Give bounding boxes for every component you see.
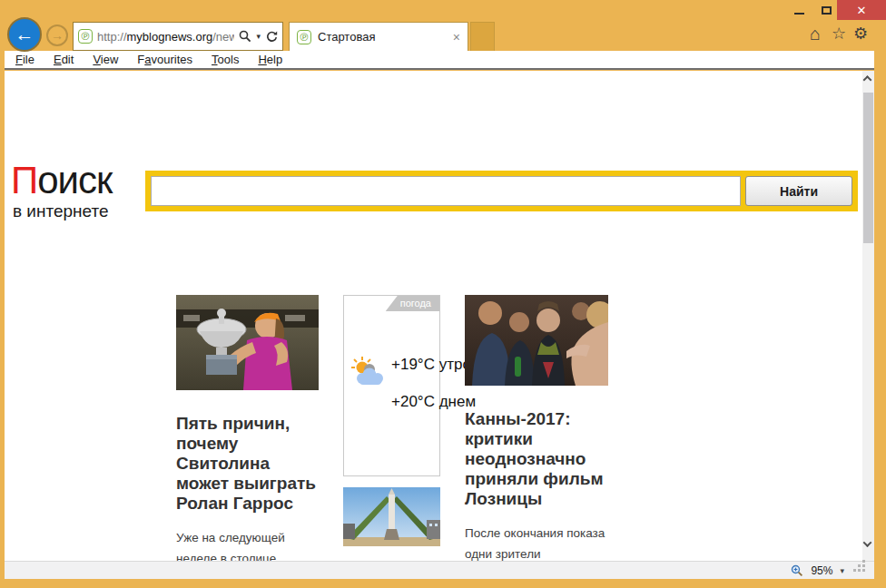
site-favicon-icon: ℗	[78, 29, 93, 44]
site-logo: Поиск в интернете	[11, 162, 147, 221]
search-bar: Найти	[145, 171, 858, 211]
weather-widget[interactable]: погода +19°C утром +20°C днем	[343, 295, 440, 476]
menu-favourites[interactable]: Favourites	[137, 53, 192, 66]
status-bar: 95% ▾	[5, 561, 874, 579]
search-icon[interactable]	[239, 30, 251, 43]
vertical-scrollbar[interactable]	[862, 71, 874, 561]
scrollbar-thumb[interactable]	[863, 93, 873, 243]
menu-help[interactable]: Help	[258, 53, 282, 66]
menu-bar: File Edit View Favourites Tools Help	[5, 51, 874, 70]
rocket-photo[interactable]	[343, 487, 440, 546]
scroll-up-icon[interactable]	[864, 78, 871, 85]
resize-grip[interactable]	[862, 569, 865, 572]
address-dropdown-icon[interactable]: ▾	[256, 32, 261, 41]
forward-icon: →	[51, 28, 64, 43]
forward-button[interactable]: →	[46, 24, 68, 46]
search-input[interactable]	[151, 176, 741, 206]
tab-startovaya[interactable]: ℗ Стартовая ×	[289, 22, 468, 52]
new-tab-button[interactable]	[470, 22, 495, 52]
maximize-icon	[822, 6, 832, 15]
article-title[interactable]: Канны-2017: критики неоднозначно приняли…	[465, 409, 608, 509]
home-icon[interactable]: ⌂	[804, 24, 826, 44]
menu-edit[interactable]: Edit	[54, 53, 74, 66]
tab-title: Стартовая	[318, 30, 447, 44]
tab-favicon-icon: ℗	[297, 30, 311, 44]
menu-tools[interactable]: Tools	[212, 53, 239, 66]
address-bar[interactable]: ℗ http://myblognews.org/news ▾	[73, 22, 283, 51]
zoom-level[interactable]: 95%	[811, 564, 832, 577]
url-text: http://myblognews.org/news	[97, 30, 234, 44]
weather-box: погода +19°C утром +20°C днем	[343, 295, 440, 476]
tab-close-icon[interactable]: ×	[453, 30, 460, 44]
logo-title: Поиск	[11, 162, 147, 200]
article-cannes: Канны-2017: критики неоднозначно приняли…	[465, 295, 608, 561]
cannes-photo[interactable]	[465, 295, 608, 386]
article-svitolina: Пять причин, почему Свитолина может выиг…	[176, 295, 319, 561]
article-title[interactable]: Пять причин, почему Свитолина может выиг…	[176, 414, 319, 514]
menu-file[interactable]: File	[15, 53, 34, 66]
menu-view[interactable]: View	[93, 53, 118, 66]
page-content: Поиск в интернете Найти	[5, 71, 862, 561]
refresh-icon[interactable]	[265, 30, 278, 43]
zoom-dropdown-icon[interactable]: ▾	[840, 566, 844, 575]
minimize-icon	[794, 13, 804, 15]
maximize-button[interactable]	[813, 0, 839, 20]
back-button[interactable]: ←	[7, 17, 42, 52]
settings-gear-icon[interactable]: ⚙	[850, 24, 871, 44]
scroll-down-icon[interactable]	[864, 541, 871, 548]
svitolina-photo[interactable]	[176, 295, 319, 390]
logo-subtitle: в интернете	[13, 201, 147, 221]
minimize-button[interactable]	[786, 0, 812, 20]
article-excerpt: Уже на следующей неделе в столице Франци…	[176, 527, 319, 561]
close-button[interactable]: ✕	[837, 0, 886, 20]
search-button[interactable]: Найти	[745, 176, 852, 206]
article-excerpt: После окончания показа одни зрители отре…	[465, 523, 608, 561]
close-icon: ✕	[857, 4, 867, 17]
favorites-star-icon[interactable]: ☆	[828, 24, 850, 44]
zoom-magnifier-icon[interactable]	[791, 564, 803, 577]
back-icon: ←	[15, 24, 34, 45]
weather-tab-label: погода	[386, 296, 439, 311]
browser-window: ✕ ← → ℗ http://myblognews.org/news ▾ ℗ С…	[0, 0, 886, 588]
sun-cloud-icon	[350, 356, 387, 387]
